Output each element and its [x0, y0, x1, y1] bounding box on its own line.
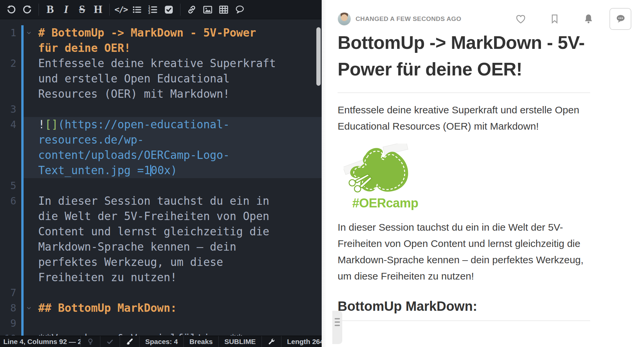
task-list-icon[interactable] — [161, 2, 177, 17]
editor-line-text: Text_unten.jpg =100x) — [38, 163, 279, 178]
link-icon[interactable] — [184, 2, 200, 17]
line-number: 2 — [0, 56, 21, 71]
editor-line-row: 2Entfessele deine kreative Superkraft — [0, 56, 322, 71]
document-length-label: Length 2644 — [281, 336, 322, 347]
page-title: BottomUp -> MarkDown - 5V-Power für dein… — [338, 29, 590, 82]
section-divider — [338, 320, 590, 321]
editor-line-text: ## BottomUp MarkDown: — [38, 300, 279, 316]
line-number — [0, 270, 21, 285]
line-number — [0, 71, 21, 86]
bullet-list-icon[interactable] — [129, 2, 145, 17]
last-changed-label: CHANGED A FEW SECONDS AGO — [356, 15, 461, 23]
heading-icon[interactable]: H — [90, 2, 106, 17]
pane-splitter[interactable] — [322, 0, 332, 347]
fold-gutter — [24, 193, 38, 209]
bell-icon[interactable] — [583, 13, 594, 25]
table-icon[interactable] — [216, 2, 232, 17]
editor-line-row: content/uploads/OERCamp-Logo- — [0, 148, 322, 163]
editor-statusbar: Line 4, Columns 92 — 21 Spaces: 4 Breaks… — [0, 336, 322, 347]
image-icon[interactable] — [200, 2, 216, 17]
preview-pane: CHANGED A FEW SECONDS AGO BottomUp -> Ma… — [332, 0, 644, 347]
line-number — [0, 86, 21, 102]
bookmark-icon[interactable] — [549, 13, 560, 25]
editor-line-text: Freiheiten zu nutzen! — [38, 270, 279, 285]
italic-icon[interactable]: I — [58, 2, 74, 17]
editor-line-text: **Verwahren & Vervielfältigen** — [38, 331, 279, 336]
toolbar-separator — [109, 4, 110, 16]
editor-line-row: 8## BottomUp MarkDown: — [0, 300, 322, 316]
editor-line-row: Freiheiten zu nutzen! — [0, 270, 322, 285]
keymap-setting[interactable]: SUBLIME — [218, 336, 262, 347]
lightbulb-icon[interactable] — [80, 336, 100, 347]
editor-line-text — [38, 178, 279, 193]
code-icon[interactable]: </> — [113, 2, 129, 17]
line-number — [0, 148, 21, 163]
fold-gutter — [24, 178, 38, 193]
spaces-setting[interactable]: Spaces: 4 — [139, 336, 183, 347]
editor-line-row: 10**Verwahren & Vervielfältigen** — [0, 331, 322, 336]
editor-line-row: 1# BottomUp -> MarkDown - 5V-Power — [0, 25, 322, 41]
rendered-markdown: BottomUp -> MarkDown - 5V-Power für dein… — [338, 29, 590, 321]
brush-icon[interactable] — [120, 336, 139, 347]
editor-line-text: für deine OER! — [38, 41, 279, 56]
editor-line-text — [38, 285, 279, 300]
editor-line-text: perfektes Werkzeug, um diese — [38, 255, 279, 270]
wrench-icon[interactable] — [262, 336, 281, 347]
breaks-setting[interactable]: Breaks — [183, 336, 218, 347]
editor-line-text: Resources (OER) mit Markdown! — [38, 86, 279, 102]
section-heading: BottomUp MarkDown: — [338, 299, 590, 314]
editor-toolbar: BISH</>123 — [0, 0, 322, 19]
markdown-editor[interactable]: 1# BottomUp -> MarkDown - 5V-Powerfür de… — [0, 19, 322, 336]
line-number — [0, 163, 21, 178]
line-number — [0, 41, 21, 56]
fold-gutter — [24, 86, 38, 102]
intro-paragraph: Entfessele deine kreative Superkraft und… — [338, 102, 590, 134]
fold-chevron-icon[interactable] — [24, 25, 38, 41]
editor-line-row: 3 — [0, 102, 322, 117]
author-avatar[interactable] — [338, 12, 351, 26]
fold-gutter — [24, 331, 38, 336]
comment-icon[interactable] — [232, 2, 248, 17]
toc-toggle-handle[interactable] — [332, 311, 342, 344]
editor-line-row: für deine OER! — [0, 41, 322, 56]
toolbar-separator — [180, 4, 180, 16]
line-number: 7 — [0, 285, 21, 300]
strikethrough-icon[interactable]: S — [74, 2, 90, 17]
editor-line-row: die Welt der 5V-Freiheiten von Open — [0, 209, 322, 224]
bold-icon[interactable]: B — [42, 2, 58, 17]
editor-line-text — [38, 102, 279, 117]
editor-line-row: resources.de/wp- — [0, 132, 322, 148]
comments-button[interactable] — [609, 8, 631, 30]
editor-line-text: resources.de/wp- — [38, 132, 279, 148]
editor-line-text: und erstelle Open Educational — [38, 71, 279, 86]
fold-gutter — [24, 132, 38, 148]
svg-text:3: 3 — [148, 11, 150, 14]
ordered-list-icon[interactable]: 123 — [145, 2, 161, 17]
fold-chevron-icon[interactable] — [24, 300, 38, 316]
editor-line-row: Text_unten.jpg =100x) — [0, 163, 322, 178]
editor-line-row: Content und lernst gleichzeitig die — [0, 224, 322, 239]
session-paragraph: In dieser Session tauchst du ein in die … — [338, 219, 590, 284]
editor-line-row: Resources (OER) mit Markdown! — [0, 86, 322, 102]
heart-icon[interactable] — [515, 13, 526, 25]
undo-icon[interactable] — [3, 2, 19, 17]
editor-line-text: Content und lernst gleichzeitig die — [38, 224, 279, 239]
editor-scrollbar-thumb[interactable] — [316, 27, 321, 86]
redo-icon[interactable] — [19, 2, 35, 17]
fold-gutter — [24, 163, 38, 178]
line-number — [0, 224, 21, 239]
line-number: 1 — [0, 25, 21, 41]
editor-line-text: # BottomUp -> MarkDown - 5V-Power — [38, 25, 279, 41]
fold-gutter — [24, 56, 38, 71]
check-icon[interactable] — [100, 336, 120, 347]
fold-gutter — [24, 270, 38, 285]
editor-line-text: Markdown-Sprache kennen – dein — [38, 239, 279, 255]
editor-line-row: 7 — [0, 285, 322, 300]
logo-caption: #OERcamp — [352, 196, 590, 210]
toolbar-separator — [39, 4, 39, 16]
line-number: 4 — [0, 117, 21, 132]
cursor-position-label: Line 4, Columns 92 — 21 — [0, 336, 80, 347]
editor-line-text: die Welt der 5V-Freiheiten von Open — [38, 209, 279, 224]
line-number: 6 — [0, 193, 21, 209]
fold-gutter — [24, 148, 38, 163]
